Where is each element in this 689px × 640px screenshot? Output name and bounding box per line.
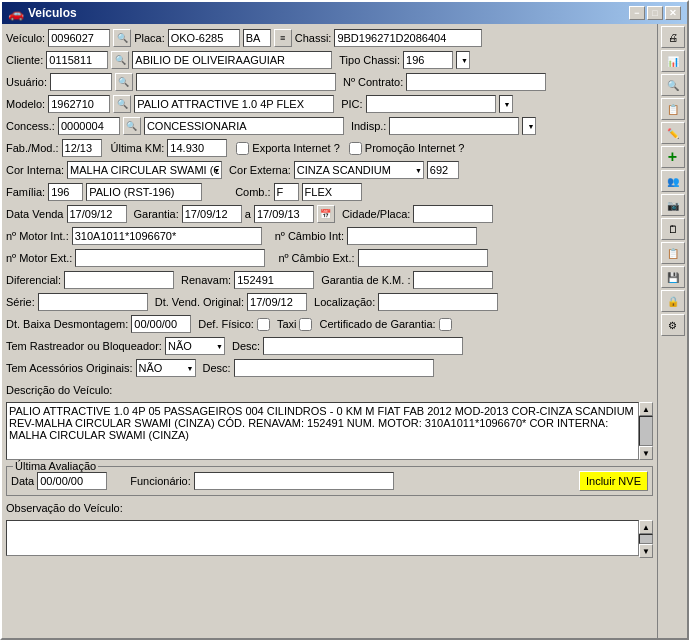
minimize-button[interactable]: −: [629, 6, 645, 20]
observacao-scroll-up[interactable]: ▲: [639, 520, 653, 534]
usuario-input[interactable]: [50, 73, 112, 91]
n-contrato-input[interactable]: [406, 73, 546, 91]
localizacao-label: Localização:: [314, 296, 375, 308]
cliente-id-input[interactable]: [46, 51, 108, 69]
toolbar-btn-13[interactable]: ⚙: [661, 314, 685, 336]
concession-id-input[interactable]: [58, 117, 120, 135]
cor-externa-code-input[interactable]: [427, 161, 459, 179]
renavam-input[interactable]: [234, 271, 314, 289]
concession-name-input[interactable]: [144, 117, 344, 135]
n-motor-ext-input[interactable]: [75, 249, 265, 267]
concession-label: Concess.:: [6, 120, 55, 132]
descricao-scroll-up[interactable]: ▲: [639, 402, 653, 416]
data-venda-input[interactable]: [67, 205, 127, 223]
diferencial-input[interactable]: [64, 271, 174, 289]
state-input[interactable]: [243, 29, 271, 47]
chassi-label: Chassi:: [295, 32, 332, 44]
comb-label: Comb.:: [235, 186, 270, 198]
cor-externa-select[interactable]: CINZA SCANDIUM: [294, 161, 424, 179]
data-venda-label: Data Venda: [6, 208, 64, 220]
ultima-km-input[interactable]: [167, 139, 227, 157]
rastreador-desc-input[interactable]: [263, 337, 463, 355]
descricao-scroll-down[interactable]: ▼: [639, 446, 653, 460]
row-datavenda: Data Venda Garantia: a 📅 Cidade/Placa:: [6, 204, 653, 224]
comb-name-input[interactable]: [302, 183, 362, 201]
placa-input[interactable]: [168, 29, 240, 47]
garantia-end-input[interactable]: [254, 205, 314, 223]
toolbar-btn-7[interactable]: 👥: [661, 170, 685, 192]
tipo-chassi-input[interactable]: [403, 51, 453, 69]
dt-baixa-input[interactable]: [131, 315, 191, 333]
veiculo-search-btn[interactable]: 🔍: [113, 29, 131, 47]
localizacao-input[interactable]: [378, 293, 498, 311]
toolbar-btn-1[interactable]: 🖨: [661, 26, 685, 48]
toolbar-btn-2[interactable]: 📊: [661, 50, 685, 72]
cidade-placa-input[interactable]: [413, 205, 493, 223]
usuario-name-input[interactable]: [136, 73, 336, 91]
close-button[interactable]: ✕: [665, 6, 681, 20]
exporta-checkbox[interactable]: [236, 142, 249, 155]
cliente-name-input[interactable]: [132, 51, 332, 69]
funcionario-input[interactable]: [194, 472, 394, 490]
fab-mod-input[interactable]: [62, 139, 102, 157]
usuario-search-btn[interactable]: 🔍: [115, 73, 133, 91]
n-cambio-int-input[interactable]: [347, 227, 477, 245]
descricao-textarea[interactable]: PALIO ATTRACTIVE 1.0 4P 05 PASSAGEIROS 0…: [6, 402, 639, 460]
maximize-button[interactable]: □: [647, 6, 663, 20]
serie-input[interactable]: [38, 293, 148, 311]
toolbar-btn-4[interactable]: 📋: [661, 98, 685, 120]
garantia-start-input[interactable]: [182, 205, 242, 223]
toolbar-btn-10[interactable]: 📋: [661, 242, 685, 264]
observacao-scroll-down[interactable]: ▼: [639, 544, 653, 558]
indisp-input[interactable]: [389, 117, 519, 135]
tipo-chassi-select[interactable]: [456, 51, 470, 69]
def-fisico-checkbox[interactable]: [257, 318, 270, 331]
row-observacao-label: Observação do Veículo:: [6, 498, 653, 518]
toolbar-btn-9[interactable]: 🗒: [661, 218, 685, 240]
n-cambio-ext-input[interactable]: [358, 249, 488, 267]
cor-interna-select[interactable]: MALHA CIRCULAR SWAMI (C: [67, 161, 222, 179]
include-nve-button[interactable]: Incluir NVE: [579, 471, 648, 491]
avaliacao-data-input[interactable]: [37, 472, 107, 490]
modelo-search-btn[interactable]: 🔍: [113, 95, 131, 113]
garantia-km-input[interactable]: [413, 271, 493, 289]
indisp-select[interactable]: [522, 117, 536, 135]
window-title: Veículos: [28, 6, 77, 20]
toolbar-btn-12[interactable]: 🔒: [661, 290, 685, 312]
promocao-label: Promoção Internet ?: [365, 142, 465, 154]
toolbar-btn-6[interactable]: +: [661, 146, 685, 168]
rastreador-select[interactable]: NÃO: [165, 337, 225, 355]
pic-select[interactable]: [499, 95, 513, 113]
garantia-calendar-btn[interactable]: 📅: [317, 205, 335, 223]
cert-garantia-checkbox[interactable]: [439, 318, 452, 331]
dt-vend-orig-input[interactable]: [247, 293, 307, 311]
modelo-name-input[interactable]: [134, 95, 334, 113]
familia-name-input[interactable]: [86, 183, 202, 201]
row-usuario: Usuário: 🔍 Nº Contrato:: [6, 72, 653, 92]
toolbar-btn-5[interactable]: ✏️: [661, 122, 685, 144]
placa-btn[interactable]: ≡: [274, 29, 292, 47]
n-cambio-int-label: nº Câmbio Int:: [275, 230, 344, 242]
pic-input[interactable]: [366, 95, 496, 113]
row-serie: Série: Dt. Vend. Original: Localização:: [6, 292, 653, 312]
observacao-textarea[interactable]: [6, 520, 639, 556]
cliente-search-btn[interactable]: 🔍: [111, 51, 129, 69]
main-window: 🚗 Veículos − □ ✕ Veículo: 🔍 Placa: ≡ Cha…: [0, 0, 689, 640]
veiculo-input[interactable]: [48, 29, 110, 47]
title-bar-buttons: − □ ✕: [629, 6, 681, 20]
familia-code-input[interactable]: [48, 183, 83, 201]
chassi-input[interactable]: [334, 29, 482, 47]
descricao-scroll-track[interactable]: [639, 416, 653, 446]
n-motor-int-input[interactable]: [72, 227, 262, 245]
comb-code-input[interactable]: [274, 183, 299, 201]
modelo-id-input[interactable]: [48, 95, 110, 113]
concession-search-btn[interactable]: 🔍: [123, 117, 141, 135]
taxi-checkbox[interactable]: [299, 318, 312, 331]
toolbar-btn-8[interactable]: 📷: [661, 194, 685, 216]
observacao-scroll-track[interactable]: [639, 534, 653, 544]
toolbar-btn-3[interactable]: 🔍: [661, 74, 685, 96]
promocao-checkbox[interactable]: [349, 142, 362, 155]
acessorios-desc-input[interactable]: [234, 359, 434, 377]
acessorios-select[interactable]: NÃO: [136, 359, 196, 377]
toolbar-btn-11[interactable]: 💾: [661, 266, 685, 288]
